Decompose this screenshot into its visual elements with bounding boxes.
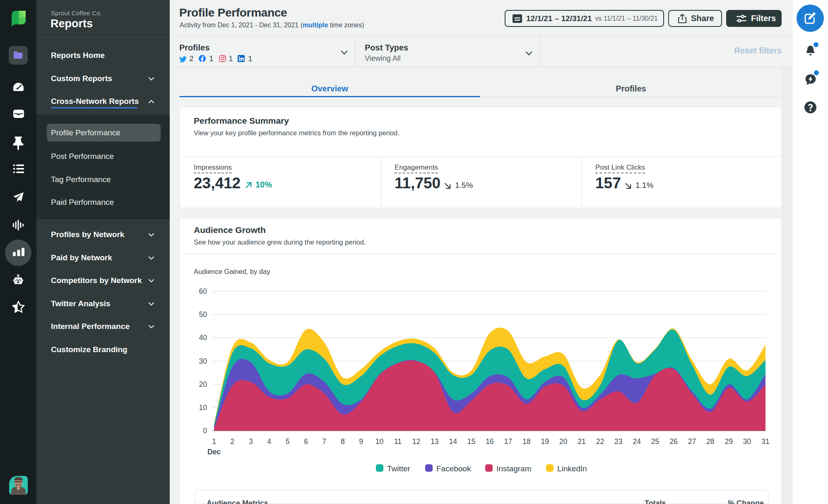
svg-text:40: 40 (199, 334, 207, 342)
svg-text:21: 21 (578, 437, 585, 446)
svg-text:2: 2 (231, 437, 235, 446)
svg-text:12: 12 (412, 437, 420, 446)
svg-text:24: 24 (633, 437, 641, 446)
svg-text:60: 60 (199, 287, 207, 295)
svg-text:50: 50 (199, 310, 207, 319)
svg-text:14: 14 (449, 437, 457, 446)
svg-text:30: 30 (743, 437, 751, 446)
svg-text:17: 17 (504, 437, 512, 446)
svg-text:20: 20 (199, 380, 207, 389)
svg-text:Dec: Dec (207, 448, 221, 456)
svg-text:8: 8 (341, 437, 345, 446)
svg-text:19: 19 (541, 437, 549, 446)
svg-text:20: 20 (559, 437, 568, 446)
svg-text:31: 31 (761, 437, 769, 446)
svg-text:0: 0 (203, 427, 207, 435)
svg-text:3: 3 (249, 437, 253, 446)
svg-text:25: 25 (651, 437, 659, 446)
svg-text:13: 13 (431, 437, 438, 446)
svg-text:4: 4 (267, 437, 271, 446)
svg-text:6: 6 (304, 437, 308, 446)
svg-text:26: 26 (669, 437, 677, 446)
svg-text:22: 22 (596, 437, 604, 446)
svg-text:18: 18 (522, 437, 530, 446)
svg-text:29: 29 (724, 437, 732, 446)
svg-text:28: 28 (706, 437, 714, 446)
svg-text:9: 9 (359, 437, 363, 446)
svg-text:11: 11 (394, 437, 402, 446)
svg-text:10: 10 (375, 437, 384, 446)
svg-text:7: 7 (323, 437, 327, 446)
svg-text:16: 16 (486, 437, 493, 446)
svg-text:27: 27 (688, 437, 696, 446)
svg-text:30: 30 (199, 357, 207, 365)
svg-text:1: 1 (212, 437, 216, 446)
svg-text:23: 23 (614, 437, 622, 446)
svg-text:5: 5 (286, 437, 290, 446)
svg-text:15: 15 (467, 437, 475, 446)
svg-text:10: 10 (199, 403, 207, 412)
